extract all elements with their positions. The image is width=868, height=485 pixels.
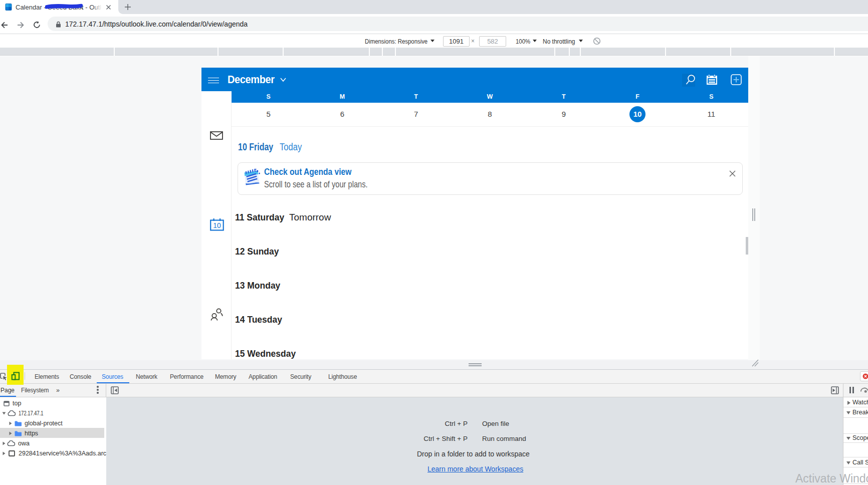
svg-text:10: 10 — [213, 221, 221, 229]
